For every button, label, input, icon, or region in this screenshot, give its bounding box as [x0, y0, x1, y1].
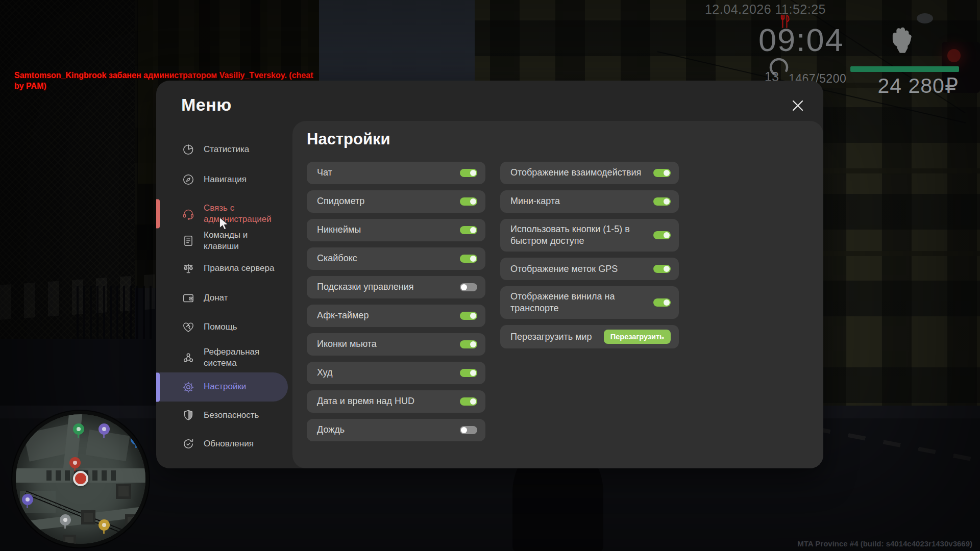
- toggle-knob: [461, 427, 467, 433]
- setting-label: Чат: [317, 167, 332, 179]
- sidebar-item-label: Связь с администрацией: [204, 203, 283, 226]
- toggle-vinyl-display[interactable]: [653, 298, 671, 307]
- setting-row-gps-marks: Отображение меток GPS: [500, 258, 679, 280]
- setting-row-skybox: Скайбокс: [307, 247, 485, 270]
- reload-world-button[interactable]: Перезагрузить: [604, 330, 671, 344]
- setting-label: Худ: [317, 367, 333, 379]
- toggle-rain[interactable]: [460, 426, 477, 434]
- setting-label: Отображение винила на транспорте: [510, 291, 646, 314]
- toggle-quick-access-keys[interactable]: [653, 231, 671, 239]
- setting-row-afk-timer: Афк-таймер: [307, 305, 485, 327]
- sidebar-item-statistics[interactable]: Статистика: [156, 143, 288, 156]
- settings-column-right: Отображение взаимодействия Мини-карта Ис…: [500, 162, 679, 348]
- settings-panel: Настройки Чат Спидометр Никнеймы: [292, 121, 823, 468]
- toggle-knob: [664, 266, 670, 272]
- setting-label: Скайбокс: [317, 253, 357, 264]
- toggle-control-hints[interactable]: [460, 283, 477, 291]
- setting-label: Перезагрузить мир: [510, 331, 592, 343]
- toggle-hud[interactable]: [460, 369, 477, 377]
- setting-label: Отображение взаимодействия: [510, 167, 641, 179]
- sidebar-item-navigation[interactable]: Навигация: [156, 173, 288, 186]
- shield-icon: [182, 409, 195, 422]
- setting-row-control-hints: Подсказки управления: [307, 276, 485, 298]
- yellow-taxi-marker: [99, 519, 110, 531]
- settings-title: Настройки: [307, 130, 390, 148]
- toggle-mute-icons[interactable]: [460, 340, 477, 348]
- setting-label: Спидометр: [317, 195, 364, 207]
- setting-row-speedometer: Спидометр: [307, 190, 485, 213]
- toggle-minimap[interactable]: [653, 197, 671, 206]
- minimap-building: [86, 430, 130, 461]
- toggle-knob: [470, 313, 476, 319]
- minimap: [12, 411, 149, 547]
- toggle-knob: [470, 370, 476, 376]
- setting-label: Мини-карта: [510, 195, 560, 207]
- toggle-knob: [664, 299, 670, 306]
- sidebar-item-label: Команды и клавиши: [204, 230, 283, 253]
- toggle-knob: [664, 198, 670, 205]
- toggle-speedometer[interactable]: [460, 197, 477, 206]
- setting-row-interaction-display: Отображение взаимодействия: [500, 162, 679, 184]
- sidebar-item-referral[interactable]: Реферальная система: [156, 346, 288, 369]
- setting-row-datetime-over-hud: Дата и время над HUD: [307, 390, 485, 413]
- green-vehicle-marker: [73, 423, 84, 435]
- sidebar-item-label: Безопасность: [204, 410, 259, 421]
- toggle-nicknames[interactable]: [460, 226, 477, 234]
- document-icon: [182, 234, 195, 247]
- close-icon[interactable]: [790, 97, 806, 114]
- toggle-interaction-display[interactable]: [653, 169, 671, 177]
- setting-row-hud: Худ: [307, 362, 485, 384]
- setting-row-minimap: Мини-карта: [500, 190, 679, 213]
- toggle-afk-timer[interactable]: [460, 312, 477, 320]
- setting-label: Использовать кнопки (1-5) в быстром дост…: [510, 223, 646, 247]
- gear-icon: [182, 381, 195, 394]
- minimap-block: [81, 510, 95, 524]
- wallet-icon: [182, 291, 195, 305]
- menu-window: Меню Статистика Навигация Связь с админи…: [156, 81, 823, 468]
- accent-bar: [156, 372, 160, 402]
- update-icon: [182, 437, 195, 450]
- sidebar-item-label: Помощь: [204, 321, 237, 333]
- sidebar-item-commands-keys[interactable]: Команды и клавиши: [156, 230, 288, 252]
- toggle-knob: [664, 232, 670, 238]
- toggle-knob: [470, 398, 476, 405]
- red-pin-marker: [69, 457, 81, 468]
- toggle-knob: [461, 284, 467, 290]
- setting-label: Дата и время над HUD: [317, 395, 414, 407]
- toggle-knob: [664, 170, 670, 176]
- sidebar-item-label: Правила сервера: [204, 263, 274, 274]
- minimap-block: [116, 484, 131, 499]
- toggle-knob: [470, 170, 476, 176]
- setting-label: Дождь: [317, 424, 345, 436]
- toggle-chat[interactable]: [460, 169, 477, 177]
- sidebar-item-label: Навигация: [204, 174, 247, 185]
- toggle-gps-marks[interactable]: [653, 265, 671, 273]
- settings-column-left: Чат Спидометр Никнеймы Скайбокс: [307, 162, 485, 441]
- toggle-skybox[interactable]: [460, 255, 477, 263]
- heart-handshake-icon: [182, 320, 195, 334]
- setting-label: Отображение меток GPS: [510, 263, 618, 275]
- purple-house-marker: [22, 494, 33, 505]
- setting-label: Афк-таймер: [317, 310, 369, 321]
- setting-row-rain: Дождь: [307, 419, 485, 441]
- sidebar-item-settings[interactable]: Настройки: [156, 372, 288, 402]
- sidebar: Статистика Навигация Связь с администрац…: [156, 81, 292, 468]
- accent-bar: [156, 199, 160, 229]
- purple-radio-marker: [99, 423, 110, 435]
- sidebar-item-security[interactable]: Безопасность: [156, 409, 288, 421]
- minimap-block: [63, 535, 76, 547]
- toggle-knob: [470, 227, 476, 233]
- sidebar-item-donate[interactable]: Донат: [156, 292, 288, 304]
- sidebar-item-label: Статистика: [204, 144, 249, 155]
- player-position-marker: [73, 471, 88, 486]
- sidebar-item-label: Обновления: [204, 438, 254, 449]
- sidebar-item-label: Донат: [204, 292, 228, 304]
- setting-row-mute-icons: Иконки мьюта: [307, 333, 485, 356]
- toggle-knob: [470, 256, 476, 262]
- mouse-cursor: [218, 216, 230, 232]
- toggle-datetime-over-hud[interactable]: [460, 397, 477, 406]
- sidebar-item-help[interactable]: Помощь: [156, 321, 288, 333]
- sidebar-item-server-rules[interactable]: Правила сервера: [156, 262, 288, 274]
- sidebar-item-updates[interactable]: Обновления: [156, 438, 288, 450]
- toggle-knob: [470, 198, 476, 205]
